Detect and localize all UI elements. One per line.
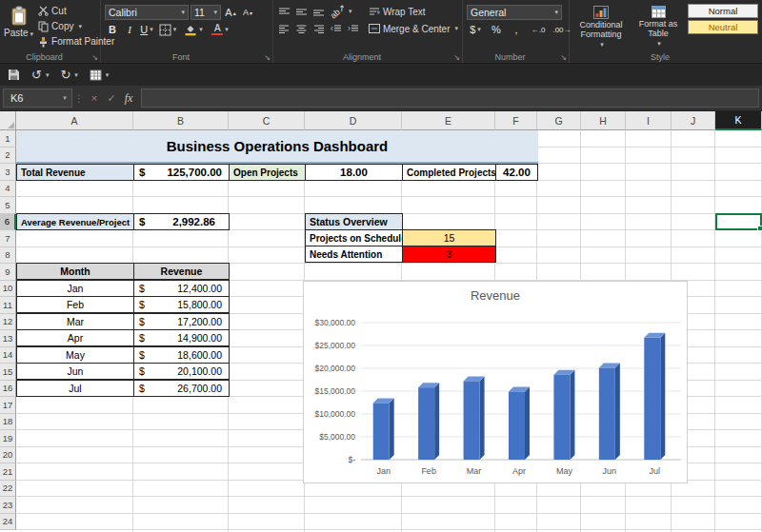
cell-style-normal[interactable]: Normal (688, 4, 758, 18)
total-revenue-value-cell[interactable]: $125,700.00 (133, 164, 230, 181)
column-header-B[interactable]: B (133, 111, 229, 130)
underline-button[interactable]: U▾ (139, 22, 154, 37)
needs-attention-value-cell[interactable]: 3 (402, 246, 496, 263)
revenue-cell[interactable]: $18,600.00 (133, 346, 230, 364)
row-header-7[interactable]: 7 (0, 230, 16, 247)
clipboard-dialog-launcher[interactable]: ↘ (91, 53, 98, 62)
month-header-cell[interactable]: Month (16, 263, 134, 280)
row-header-19[interactable]: 19 (0, 430, 16, 447)
merge-center-button[interactable]: Merge & Center ▾ (369, 21, 458, 36)
revenue-cell[interactable]: $14,900.00 (133, 329, 230, 346)
fill-color-button[interactable]: ▾ (181, 22, 206, 37)
row-header-11[interactable]: 11 (0, 297, 16, 314)
number-dialog-launcher[interactable]: ↘ (560, 53, 567, 62)
row-header-18[interactable]: 18 (0, 414, 16, 431)
total-revenue-label-cell[interactable]: Total Revenue (16, 164, 134, 181)
align-bottom-button[interactable] (311, 4, 327, 19)
row-header-9[interactable]: 9 (0, 264, 16, 281)
revenue-chart[interactable]: Revenue $-$5,000.00$10,000.00$15,000.00$… (303, 281, 688, 483)
bold-button[interactable]: B (105, 22, 120, 37)
column-header-J[interactable]: J (672, 111, 715, 130)
enter-button[interactable]: ✓ (103, 86, 120, 110)
accounting-format-button[interactable]: $▾ (467, 22, 484, 37)
row-header-13[interactable]: 13 (0, 330, 16, 347)
row-header-4[interactable]: 4 (0, 181, 16, 198)
insert-function-button[interactable]: fx (120, 86, 137, 110)
month-cell[interactable]: Feb (16, 296, 134, 313)
row-header-15[interactable]: 15 (0, 364, 16, 381)
align-middle-button[interactable] (294, 4, 310, 19)
on-schedule-label-cell[interactable]: Projects on Schedule (305, 229, 403, 246)
revenue-cell[interactable]: $20,100.00 (133, 363, 230, 380)
wrap-text-button[interactable]: Wrap Text (369, 4, 458, 19)
row-header-24[interactable]: 24 (0, 514, 16, 531)
row-header-22[interactable]: 22 (0, 481, 16, 498)
needs-attention-label-cell[interactable]: Needs Attention (305, 246, 403, 263)
revenue-cell[interactable]: $17,200.00 (133, 313, 230, 330)
open-projects-value-cell[interactable]: 18.00 (305, 164, 403, 181)
row-header-1[interactable]: 1 (0, 130, 16, 148)
number-format-select[interactable]: General ▾ (467, 5, 562, 20)
completed-projects-value-cell[interactable]: 42.00 (495, 164, 538, 181)
revenue-cell[interactable]: $26,700.00 (133, 380, 230, 397)
row-header-3[interactable]: 3 (0, 164, 16, 181)
avg-revenue-label-cell[interactable]: Average Revenue/Project (16, 213, 134, 230)
alignment-dialog-launcher[interactable]: ↘ (453, 53, 460, 62)
row-header-14[interactable]: 14 (0, 347, 16, 365)
row-header-6[interactable]: 6 (0, 214, 16, 231)
avg-revenue-value-cell[interactable]: $2,992.86 (133, 213, 230, 230)
row-header-21[interactable]: 21 (0, 463, 16, 481)
month-cell[interactable]: Mar (16, 313, 134, 330)
name-box[interactable]: K6 (3, 89, 58, 108)
month-cell[interactable]: Jul (16, 380, 134, 397)
row-header-2[interactable]: 2 (0, 148, 16, 165)
percent-style-button[interactable]: % (489, 22, 504, 37)
month-cell[interactable]: May (16, 346, 134, 364)
font-color-button[interactable]: A ▾ (208, 22, 232, 37)
select-all-corner[interactable] (0, 111, 16, 130)
cancel-button[interactable]: × (86, 86, 103, 110)
align-top-button[interactable] (277, 4, 292, 19)
row-header-8[interactable]: 8 (0, 247, 16, 265)
column-header-A[interactable]: A (16, 111, 133, 130)
completed-projects-label-cell[interactable]: Completed Projects (402, 164, 496, 181)
month-cell[interactable]: Apr (16, 329, 134, 346)
name-box-dropdown[interactable]: ▾ (58, 89, 72, 108)
decrease-font-button[interactable]: A▾ (240, 5, 255, 20)
align-left-button[interactable] (277, 21, 292, 36)
dashboard-title-cell[interactable]: Business Operations Dashboard (16, 130, 538, 164)
decrease-indent-button[interactable] (329, 21, 344, 36)
active-cell-K6[interactable] (715, 213, 762, 230)
open-projects-label-cell[interactable]: Open Projects (229, 164, 306, 181)
font-dialog-launcher[interactable]: ↘ (264, 53, 271, 62)
column-header-E[interactable]: E (402, 111, 495, 130)
borders-button[interactable]: ▾ (156, 22, 179, 37)
row-header-23[interactable]: 23 (0, 497, 16, 514)
italic-button[interactable]: I (122, 22, 137, 37)
revenue-cell[interactable]: $15,800.00 (133, 296, 230, 313)
column-header-H[interactable]: H (581, 111, 626, 130)
column-header-K[interactable]: K (715, 111, 762, 130)
increase-decimal-button[interactable]: ←.0 (529, 22, 548, 37)
decrease-decimal-button[interactable]: .00→ (552, 22, 572, 37)
undo-button[interactable]: ↺ ▾ (31, 69, 49, 81)
column-header-D[interactable]: D (305, 111, 402, 130)
row-header-17[interactable]: 17 (0, 397, 16, 414)
column-header-F[interactable]: F (495, 111, 537, 130)
column-header-I[interactable]: I (626, 111, 672, 130)
formula-input[interactable] (141, 89, 759, 108)
month-cell[interactable]: Jan (16, 280, 134, 297)
revenue-header-cell[interactable]: Revenue (133, 263, 230, 280)
save-button[interactable] (8, 69, 20, 81)
customize-qat-button[interactable]: ▾ (90, 69, 110, 81)
conditional-formatting-button[interactable]: Conditional Formatting ▾ (573, 4, 629, 49)
row-header-10[interactable]: 10 (0, 281, 16, 298)
row-header-20[interactable]: 20 (0, 447, 16, 464)
increase-indent-button[interactable] (346, 21, 361, 36)
format-as-table-button[interactable]: Format as Table ▾ (634, 4, 682, 49)
formula-bar-splitter[interactable]: ⋮ (72, 86, 86, 110)
row-header-5[interactable]: 5 (0, 197, 16, 214)
column-header-G[interactable]: G (537, 111, 581, 130)
row-header-16[interactable]: 16 (0, 381, 16, 398)
row-header-12[interactable]: 12 (0, 314, 16, 331)
